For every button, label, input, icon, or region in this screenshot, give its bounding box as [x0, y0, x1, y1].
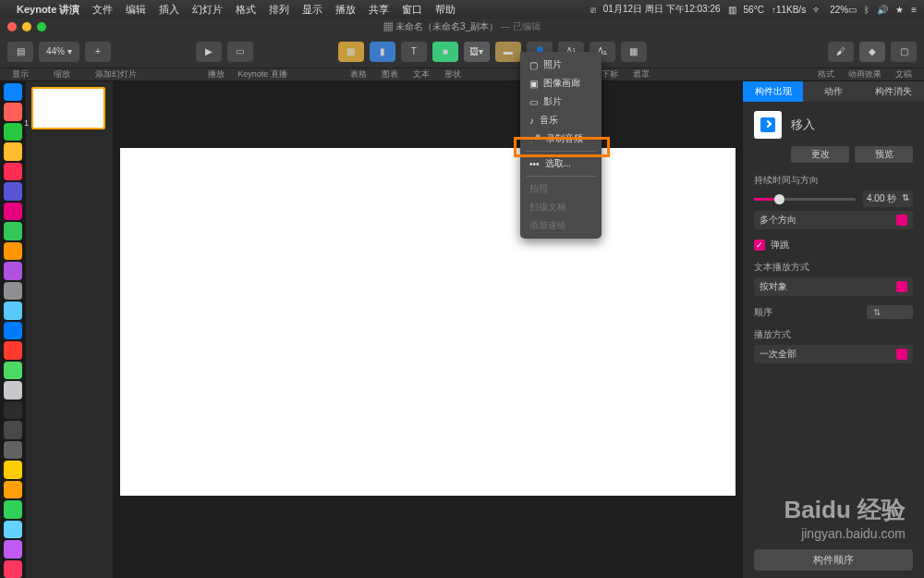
- dock-app-icon[interactable]: [4, 401, 22, 419]
- menu-item-record-audio[interactable]: 🎤录制音频: [520, 129, 602, 148]
- dock-app-icon[interactable]: [4, 421, 22, 438]
- fullscreen-button[interactable]: [37, 22, 46, 31]
- play-mode-select[interactable]: 一次全部: [754, 345, 913, 363]
- view-button[interactable]: ▤: [7, 42, 33, 62]
- tab-build-out[interactable]: 构件消失: [864, 81, 924, 102]
- menu-item-music[interactable]: ♪音乐: [520, 111, 602, 129]
- dock-app-icon[interactable]: [4, 521, 22, 538]
- status-bluetooth-icon[interactable]: ᛒ: [864, 5, 869, 15]
- change-effect-button[interactable]: 更改: [791, 146, 849, 163]
- keynote-live-button[interactable]: ▭: [227, 42, 253, 62]
- slide[interactable]: [120, 148, 736, 496]
- status-net-up: ↑11KB/s: [772, 5, 806, 15]
- duration-field[interactable]: 4.00 秒⇅: [863, 191, 913, 207]
- direction-select[interactable]: 多个方向: [754, 211, 913, 229]
- close-button[interactable]: [7, 22, 17, 31]
- dock-app-icon[interactable]: [4, 322, 22, 339]
- menu-play[interactable]: 播放: [335, 3, 356, 17]
- media-dropdown: ▢照片 ▣图像画廊 ▭影片 ♪音乐 🎤录制音频 •••选取... 拍照 扫描文稿…: [520, 52, 602, 239]
- dock-app-icon[interactable]: [4, 282, 22, 300]
- dock-app-icon[interactable]: [4, 500, 22, 518]
- menu-format[interactable]: 格式: [236, 3, 256, 17]
- animate-inspector-button[interactable]: ◆: [859, 42, 885, 62]
- chart-button[interactable]: ▮: [370, 42, 395, 62]
- toolbar: ▤ 44% ▾ + ▶ ▭ ▦ ▮ T ■ 🖼▾ ▬ 👤 A¹ A₁ ▦ 🖌 ◆…: [0, 35, 924, 68]
- comment-button[interactable]: ▬: [495, 42, 521, 62]
- duration-slider[interactable]: [754, 198, 856, 201]
- dock-app-icon[interactable]: [4, 182, 22, 200]
- status-battery[interactable]: 22% ▭: [830, 5, 857, 15]
- menu-window[interactable]: 窗口: [402, 3, 422, 17]
- menu-item-add-sketch: 添加速绘: [520, 216, 602, 235]
- order-label: 顺序: [754, 306, 772, 319]
- dock-app-icon[interactable]: [4, 163, 22, 180]
- dock-app-icon[interactable]: [4, 341, 22, 359]
- media-button[interactable]: 🖼▾: [464, 42, 490, 62]
- document-inspector-button[interactable]: ▢: [891, 42, 917, 62]
- document-title: ▦ 未命名（未命名3_副本） — 已编辑: [383, 20, 540, 33]
- menu-item-gallery[interactable]: ▣图像画廊: [520, 74, 602, 92]
- dock-app-icon[interactable]: [4, 142, 22, 160]
- menu-arrange[interactable]: 排列: [269, 3, 289, 17]
- movie-icon: ▭: [529, 97, 538, 107]
- dock-app-icon[interactable]: [4, 441, 22, 459]
- menu-help[interactable]: 帮助: [435, 3, 456, 17]
- dock-app-icon[interactable]: [4, 222, 22, 240]
- text-button[interactable]: T: [401, 42, 427, 62]
- menu-file[interactable]: 文件: [92, 3, 113, 17]
- slide-navigator: 1: [26, 81, 113, 578]
- animation-tabs: 构件出现 动作 构件消失: [743, 81, 924, 102]
- menu-insert[interactable]: 插入: [159, 3, 179, 17]
- app-name[interactable]: Keynote 讲演: [17, 3, 79, 17]
- add-slide-button[interactable]: +: [85, 42, 111, 62]
- dock-app-icon[interactable]: [4, 461, 22, 478]
- preview-button[interactable]: 预览: [855, 146, 913, 163]
- table-button[interactable]: ▦: [338, 42, 364, 62]
- menu-item-movies[interactable]: ▭影片: [520, 92, 602, 111]
- format-inspector-button[interactable]: 🖌: [828, 42, 854, 62]
- slide-thumbnail[interactable]: 1: [31, 87, 105, 129]
- menu-item-photos[interactable]: ▢照片: [520, 55, 602, 74]
- dock-app-icon[interactable]: [4, 481, 22, 498]
- menu-share[interactable]: 共享: [369, 3, 389, 17]
- status-screen-icon[interactable]: ⎚: [590, 5, 596, 15]
- macos-dock: [0, 81, 26, 578]
- mic-icon: 🎤: [529, 134, 541, 144]
- menu-item-scan-doc: 扫描文稿: [520, 198, 602, 216]
- dock-app-icon[interactable]: [4, 560, 22, 578]
- check-icon: ✓: [754, 240, 765, 251]
- bounce-checkbox[interactable]: ✓ 弹跳: [754, 239, 913, 252]
- menu-edit[interactable]: 编辑: [126, 3, 146, 17]
- status-star-icon[interactable]: ★: [895, 5, 904, 15]
- order-select[interactable]: ⇅: [867, 305, 913, 319]
- menu-view[interactable]: 显示: [302, 3, 322, 17]
- mask-button[interactable]: ▦: [621, 42, 647, 62]
- dock-app-icon[interactable]: [4, 103, 22, 120]
- shape-button[interactable]: ■: [432, 42, 458, 62]
- build-order-button[interactable]: 构件顺序: [754, 549, 913, 571]
- dock-app-icon[interactable]: [4, 381, 22, 399]
- zoom-select[interactable]: 44% ▾: [39, 42, 79, 62]
- dock-app-icon[interactable]: [4, 540, 22, 558]
- play-button[interactable]: ▶: [196, 42, 222, 62]
- status-display-icon[interactable]: ▥: [728, 5, 736, 15]
- status-volume-icon[interactable]: 🔊: [877, 5, 888, 15]
- text-mode-select[interactable]: 按对象: [754, 277, 913, 296]
- dock-app-icon[interactable]: [4, 362, 22, 379]
- dock-finder-icon[interactable]: [4, 83, 22, 101]
- menu-item-choose[interactable]: •••选取...: [520, 154, 602, 173]
- dock-app-icon[interactable]: [4, 242, 22, 260]
- status-clock[interactable]: 01月12日 周日 下午12:03:26: [603, 3, 721, 16]
- minimize-button[interactable]: [22, 22, 31, 31]
- status-menu-icon[interactable]: ≡: [911, 5, 917, 15]
- tab-action[interactable]: 动作: [803, 81, 863, 102]
- dock-app-icon[interactable]: [4, 262, 22, 279]
- gallery-icon: ▣: [529, 79, 538, 89]
- dock-app-icon[interactable]: [4, 301, 22, 319]
- status-wifi-icon[interactable]: ᯤ: [813, 5, 822, 15]
- dock-app-icon[interactable]: [4, 123, 22, 141]
- tab-build-in[interactable]: 构件出现: [743, 81, 803, 102]
- dock-app-icon[interactable]: [4, 203, 22, 220]
- photo-icon: ▢: [529, 60, 538, 70]
- menu-slide[interactable]: 幻灯片: [192, 3, 223, 17]
